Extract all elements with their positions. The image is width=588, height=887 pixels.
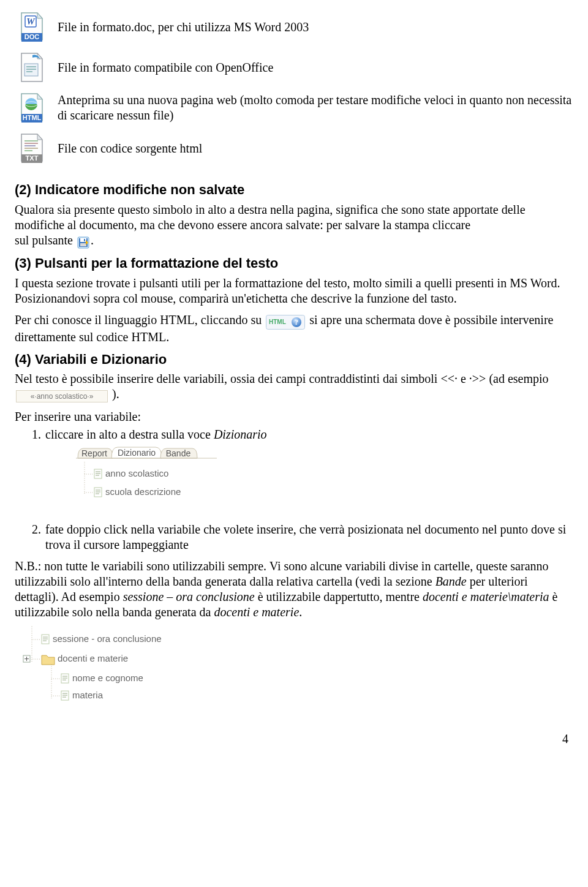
doc-file-desc: File in formato.doc, per chi utilizza MS… [58,20,573,35]
section-2-text-b: sul pulsante [15,233,73,247]
save-icon [77,233,89,249]
svg-text:Dizionario: Dizionario [118,448,156,458]
section-4-nb: N.B.: non tutte le variabili sono utiliz… [15,559,573,620]
svg-rect-4 [24,64,38,76]
section-2-text-a: Qualora sia presente questo simbolo in a… [15,203,526,232]
svg-text:anno scolastico: anno scolastico [105,468,168,478]
html-help-button-icon: HTML ? [266,313,305,329]
svg-rect-22 [84,239,85,241]
svg-text:Report: Report [81,448,107,458]
svg-text:?: ? [295,318,298,326]
nb-9: . [299,605,302,619]
list-item-1: cliccare in alto a destra sulla voce Diz… [44,427,573,506]
nb-4: sessione – ora conclusione [123,590,255,603]
svg-text:nome e cognome: nome e cognome [72,673,143,683]
svg-text:sessione - ora conclusione: sessione - ora conclusione [53,633,162,644]
nb-5: è utilizzabile dappertutto, mentre [255,590,423,603]
nb-2: Bande [435,575,467,588]
section-4-list: cliccare in alto a destra sulla voce Diz… [32,427,573,553]
svg-rect-21 [80,238,86,242]
section-3-p1: I questa sezione trovate i pulsanti util… [15,276,573,306]
html-label: HTML [269,319,286,325]
svg-text:Bande: Bande [166,448,191,458]
section-4-p2: Per inserire una variabile: [15,409,573,425]
section-2-text-c: . [91,233,94,247]
variable-badge-icon: «·anno scolastico·» [16,388,108,403]
li1-italic: Dizionario [214,428,267,441]
html-file-desc: Anteprima su una nuova pagina web (molto… [58,92,573,123]
file-type-list: W DOC File in formato.doc, per chi utili… [15,11,573,164]
txt-file-icon: TXT [15,132,49,164]
svg-text:«·anno scolastico·»: «·anno scolastico·» [31,392,94,401]
section-3-p2: Per chi conosce il linguaggio HTML, clic… [15,312,573,345]
svg-text:TXT: TXT [26,154,39,162]
section-4-p1: Nel testo è possibile inserire delle var… [15,371,573,403]
variables-tree: sessione - ora conclusione docenti e mat… [21,626,180,706]
nb-6: docenti e materie\materia [423,590,549,603]
svg-text:docenti e materie: docenti e materie [58,653,128,663]
list-item-2: fate doppio click nella variabile che vo… [44,522,573,553]
svg-text:scuola descrizione: scuola descrizione [105,486,181,497]
section-3-title: (3) Pulsanti per la formattazione del te… [15,255,573,272]
svg-rect-23 [80,243,86,246]
li1-text: cliccare in alto a destra sulla voce [45,428,214,441]
openoffice-file-desc: File in formato compatibile con OpenOffi… [58,60,573,75]
section-2-para: Qualora sia presente questo simbolo in a… [15,202,573,249]
svg-text:DOC: DOC [24,33,40,40]
section-4-p1a: Nel testo è possibile inserire delle var… [15,372,549,385]
openoffice-file-icon [15,51,49,83]
html-file-icon: HTML [15,92,49,124]
section-4-title: (4) Variabili e Dizionario [15,351,573,368]
svg-text:W: W [26,17,36,26]
nb-8: docenti e materie [214,605,299,619]
txt-file-desc: File con codice sorgente html [58,141,573,156]
page-number: 4 [15,731,573,747]
section-3-p2a: Per chi conosce il linguaggio HTML, clic… [15,313,262,326]
section-4-p1b: ). [112,387,119,401]
nb-label: N.B.: [15,559,44,573]
dizionario-tabs-tree: Report Dizionario Bande [76,445,217,506]
doc-file-icon: W DOC [15,11,49,43]
section-2-title: (2) Indicatore modifiche non salvate [15,181,573,198]
svg-text:materia: materia [72,690,104,700]
svg-text:HTML: HTML [23,114,42,121]
